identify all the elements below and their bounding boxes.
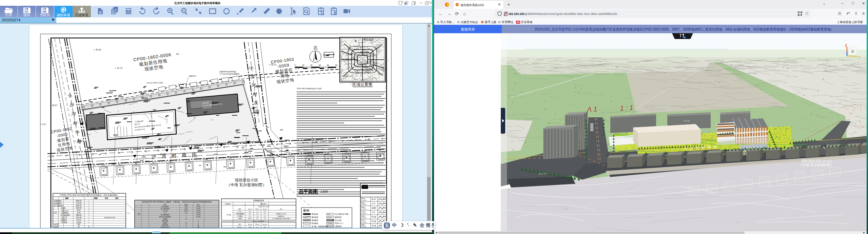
svg-text:标题线3m: 标题线3m [189, 75, 196, 77]
svg-text:河: 河 [251, 82, 256, 88]
svg-text:平时功能为汽车库: 平时功能为汽车库 [104, 217, 115, 218]
svg-text:★3: ★3 [379, 149, 381, 151]
svg-text:20: 20 [310, 64, 312, 66]
svg-text:路: 路 [255, 109, 260, 115]
svg-text:建筑高度: 建筑高度 [335, 216, 341, 218]
svg-text:H≈11.5m: H≈11.5m [205, 169, 211, 170]
svg-text:%: % [198, 222, 199, 224]
svg-text:绿地率: 绿地率 [54, 226, 59, 228]
svg-text:+: + [684, 37, 685, 39]
svg-text:DESIGNER: DESIGNER [361, 226, 367, 228]
svg-text:◆ 42.6W: ◆ 42.6W [539, 173, 547, 175]
svg-text:Z: Z [845, 44, 847, 47]
svg-text:30: 30 [185, 222, 187, 224]
svg-text:复审人: 复审人 [361, 207, 366, 208]
svg-text:消防通道: 消防通道 [335, 225, 341, 228]
svg-text:39.10: 39.10 [271, 63, 277, 66]
svg-text:王 莹: 王 莹 [372, 211, 375, 213]
svg-text:5280.00: 5280.00 [76, 205, 82, 207]
svg-text:地上建筑面积: 地上建筑面积 [54, 204, 63, 207]
svg-text:3.5: 3.5 [264, 213, 266, 215]
svg-text:40.54: 40.54 [96, 48, 101, 51]
svg-text:50: 50 [335, 64, 337, 66]
svg-text:其中: 其中 [54, 212, 57, 214]
svg-text:人防出入口: 人防出入口 [61, 209, 68, 212]
svg-text:39.65: 39.65 [77, 140, 83, 142]
svg-text:25.50: 25.50 [77, 210, 81, 211]
svg-text:村: 村 [252, 91, 258, 97]
svg-text:辅助审查: 辅助审查 [57, 13, 70, 17]
svg-text:㎡: ㎡ [88, 200, 90, 202]
svg-text:宽 (m): 宽 (m) [255, 208, 259, 210]
svg-text:地下建筑面积: 地下建筑面积 [60, 214, 70, 216]
svg-text:★3: ★3 [229, 157, 232, 159]
svg-text:DESIGNER: DESIGNER [361, 204, 367, 206]
svg-text:3.5: 3.5 [264, 215, 266, 217]
svg-text:0.47: 0.47 [42, 123, 46, 125]
svg-text:7#围墙: 7#围墙 [237, 218, 242, 219]
svg-text:㎡: ㎡ [88, 217, 90, 218]
svg-text:平方米: 平方米 [196, 210, 201, 212]
svg-text:10.00: 10.00 [77, 212, 81, 214]
svg-text:总平面图: 总平面图 [298, 189, 318, 194]
svg-text:H≈11.5m: H≈11.5m [152, 172, 157, 173]
svg-text:㎡: ㎡ [88, 214, 90, 216]
svg-text:㎡: ㎡ [88, 219, 90, 221]
svg-text:39.68: 39.68 [267, 139, 273, 142]
svg-text:制图人: 制图人 [361, 224, 366, 226]
svg-text:鲁冬莉: 鲁冬莉 [372, 198, 376, 200]
svg-text:4000: 4000 [184, 206, 188, 208]
svg-text:回.7e5a: 回.7e5a [684, 120, 690, 122]
svg-text:6.0: 6.0 [185, 218, 188, 220]
svg-text:★3: ★3 [170, 161, 172, 162]
svg-text:㎡: ㎡ [88, 210, 90, 211]
svg-text:㎡: ㎡ [88, 221, 90, 223]
svg-text:㎡: ㎡ [88, 205, 90, 207]
svg-text:平方米: 平方米 [196, 206, 201, 208]
svg-text:H≈11.5m: H≈11.5m [102, 174, 107, 176]
svg-text:施工: 施工 [176, 53, 180, 55]
svg-text:项目位置: 项目位置 [363, 38, 374, 41]
svg-text:人防工程: 人防工程 [61, 216, 67, 219]
svg-text:容积率: 容积率 [163, 218, 167, 220]
svg-text:★3: ★3 [153, 162, 155, 163]
svg-text:北侧006m地块3M线处: 北侧006m地块3M线处 [219, 71, 236, 73]
svg-text:小: 小 [249, 65, 254, 71]
svg-text:车库通道: 车库通道 [61, 221, 67, 223]
svg-text:300.2: 300.2 [248, 218, 252, 219]
svg-text:7#化粪池: 7#化粪池 [237, 215, 243, 217]
svg-text:已申报: 已申报 [226, 214, 231, 216]
svg-text:打开: 打开 [5, 13, 12, 17]
svg-text:东: 东 [254, 100, 259, 106]
svg-text:完成审查: 完成审查 [75, 13, 88, 17]
svg-text:项目: 项目 [164, 204, 167, 206]
svg-text:DESIGNER: DESIGNER [361, 213, 367, 214]
svg-text:总用地面积: 总用地面积 [161, 206, 169, 208]
svg-text:宽 (m): 宽 (m) [255, 223, 259, 225]
svg-text:地下建、构筑物轮廓线: 地下建、构筑物轮廓线 [311, 225, 328, 228]
svg-text:备注: 备注 [115, 197, 119, 199]
svg-text:保存: 保存 [23, 13, 30, 17]
svg-text:有效面积120.56m²: 有效面积120.56m² [276, 213, 287, 215]
svg-text:审核人: 审核人 [361, 202, 366, 204]
svg-text:长 (m): 长 (m) [248, 223, 252, 225]
svg-text:地上建筑面积: 地上建筑面积 [160, 208, 170, 210]
svg-text:指标: 指标 [65, 197, 68, 199]
svg-text:7#大门: 7#大门 [237, 211, 242, 212]
svg-text:㎡: ㎡ [88, 202, 90, 204]
svg-text:30: 30 [78, 226, 80, 228]
svg-text:CP00-1802-0007: CP00-1802-0007 [258, 206, 269, 208]
svg-text:㎡: ㎡ [88, 212, 90, 214]
svg-text:数值: 数值 [94, 197, 98, 199]
svg-text:4.8: 4.8 [249, 215, 251, 217]
svg-text:其中地下建筑面积: 其中地下建筑面积 [159, 216, 171, 218]
svg-text:★3: ★3 [249, 156, 252, 158]
svg-text:建筑密度: 建筑密度 [162, 220, 168, 222]
svg-text:H≈11.5m: H≈11.5m [249, 166, 254, 168]
svg-text:地下建筑面积: 地下建筑面积 [160, 214, 170, 216]
svg-text:7170.00: 7170.00 [76, 202, 82, 204]
svg-text:H≈11.5m: H≈11.5m [118, 173, 123, 175]
svg-text:H=12.0m: H=12.0m [327, 217, 332, 218]
svg-text:H≈11.5m: H≈11.5m [344, 161, 350, 163]
svg-text:南: 南 [851, 50, 854, 53]
